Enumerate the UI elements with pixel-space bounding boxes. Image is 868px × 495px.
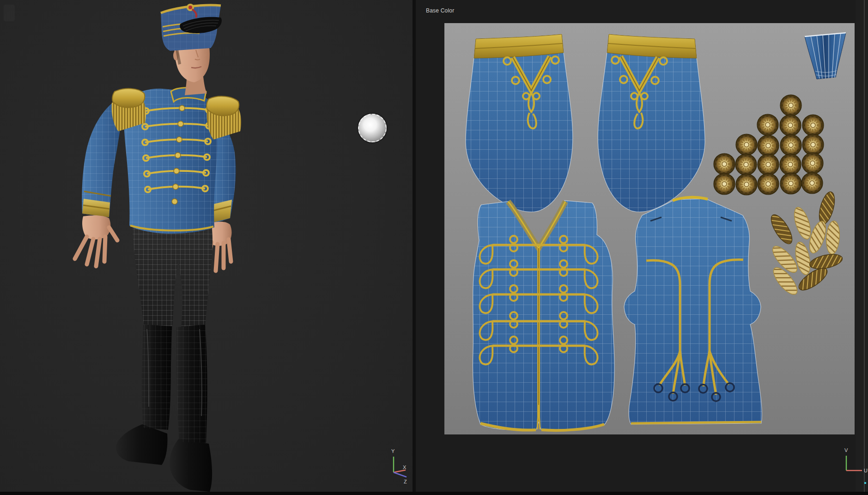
axis-u-label: U xyxy=(864,468,868,473)
axis-v-label: V xyxy=(844,447,848,453)
character-pants xyxy=(132,221,212,331)
axis-x-label: X xyxy=(403,464,407,470)
window-bottom-edge xyxy=(0,492,868,495)
uv-island-sleeve-left xyxy=(466,34,573,212)
light-widget[interactable] xyxy=(358,114,387,142)
panel-right-edge xyxy=(856,0,868,495)
character-epaulette-right xyxy=(206,96,241,140)
axis-gizmo-3d: Y X Z xyxy=(387,446,412,485)
character-hat xyxy=(161,4,222,51)
axis-y-label: Y xyxy=(391,448,395,454)
viewport-3d[interactable]: Y X Z xyxy=(0,0,413,495)
uv-island-sleeve-right xyxy=(598,34,705,212)
uv-island-buttons xyxy=(714,95,824,195)
character-left-hand xyxy=(75,215,117,266)
viewport-uv[interactable]: Base Color xyxy=(416,0,868,495)
resize-indicator-dot xyxy=(864,482,866,484)
axis-z-label: Z xyxy=(404,479,407,484)
uv-island-vest-back xyxy=(624,197,762,424)
uv-texture-canvas[interactable] xyxy=(444,23,855,434)
uv-island-vest-front xyxy=(473,201,615,430)
character-model[interactable] xyxy=(0,0,413,495)
app-window: Y X Z Base Color xyxy=(0,0,868,495)
axis-gizmo-uv: V U xyxy=(841,445,868,475)
texture-channel-label: Base Color xyxy=(426,7,454,14)
character-boots xyxy=(116,324,212,492)
uv-island-toggles xyxy=(767,190,844,298)
viewport-divider[interactable] xyxy=(413,0,416,495)
panel-edge-line xyxy=(864,0,865,495)
uv-island-hat-side xyxy=(805,33,846,79)
